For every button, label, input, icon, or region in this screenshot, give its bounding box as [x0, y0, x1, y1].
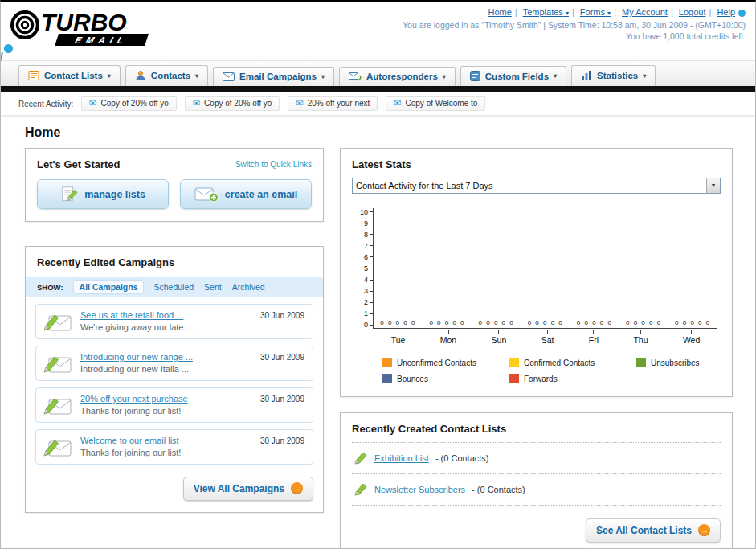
chart-value-labels: 0 0 0 0 0: [626, 319, 662, 326]
get-started-title: Let's Get Started: [37, 158, 121, 170]
tab-all-campaigns[interactable]: All Campaigns: [74, 281, 144, 293]
tab-autoresponders[interactable]: Autoresponders ▾: [339, 67, 456, 86]
activity-item-label: Copy of 20% off yo: [101, 99, 169, 108]
activity-item[interactable]: ✉ Copy of 20% off yo: [81, 96, 177, 111]
top-link-home[interactable]: Home: [488, 7, 511, 17]
tab-label: Contacts: [151, 71, 190, 80]
activity-item-label: Copy of Welcome to: [406, 99, 478, 108]
campaign-title-link[interactable]: See us at the retail food ...: [80, 310, 194, 320]
latest-stats-title: Latest Stats: [352, 158, 721, 170]
separator: |: [572, 7, 574, 17]
separator: |: [614, 7, 616, 17]
campaign-subtitle: Thanks for joining our list!: [80, 406, 188, 416]
legend-label: Confirmed Contacts: [524, 358, 595, 367]
chart-value-labels: 0 0 0 0 0: [429, 319, 465, 326]
activity-item-label: Copy of 20% off yo: [204, 99, 272, 108]
latest-stats-panel: Latest Stats Contact Activity for the La…: [340, 148, 733, 397]
logo-title: TURBO: [41, 9, 127, 35]
campaign-title-link[interactable]: 20% off your next purchase: [80, 394, 188, 404]
manage-lists-label: manage lists: [84, 189, 145, 200]
contact-list-row[interactable]: Exhibition List - (0 Contacts): [352, 443, 721, 474]
header-right: Home| Templates ▾| Forms ▾| My Account| …: [403, 7, 746, 41]
campaign-row[interactable]: See us at the retail food ... We're givi…: [35, 304, 313, 339]
campaign-date: 30 Jun 2009: [260, 353, 304, 362]
chart-x-axis: TueMonSunSatFriThuWed: [374, 330, 717, 345]
chevron-down-icon: ▾: [643, 72, 646, 80]
top-link-logout[interactable]: Logout: [679, 7, 706, 17]
legend-item: Unsubscribes: [636, 358, 717, 367]
top-link-my-account[interactable]: My Account: [622, 7, 668, 17]
email-campaigns-icon: [223, 72, 235, 81]
activity-item[interactable]: ✉ Copy of 20% off yo: [185, 96, 280, 111]
activity-item-label: 20% off your next: [308, 99, 370, 108]
chart-plot-groups: 0 0 0 0 00 0 0 0 00 0 0 0 00 0 0 0 00 0 …: [373, 208, 717, 329]
contact-list-name-link[interactable]: Exhibition List: [374, 453, 429, 463]
manage-lists-button[interactable]: manage lists: [37, 179, 169, 209]
legend-item: Unconfirmed Contacts: [382, 358, 509, 367]
separator: |: [515, 7, 517, 17]
campaign-row[interactable]: Introducing our new range ... Introducin…: [35, 346, 313, 381]
legend-item: Bounces: [382, 374, 509, 383]
campaign-subtitle: We're giving away our late ...: [80, 322, 194, 332]
activity-item[interactable]: ✉ Copy of Welcome to: [386, 96, 485, 111]
chevron-down-icon: ▾: [195, 72, 198, 80]
chart-x-tick-label: Mon: [440, 330, 456, 345]
login-info: You are logged in as "Timothy Smith" | S…: [403, 20, 746, 30]
tab-contact-lists[interactable]: Contact Lists ▾: [18, 65, 121, 86]
see-all-contact-lists-label: See All Contact Lists: [596, 525, 692, 536]
envelope-pencil-icon: [43, 310, 72, 332]
tab-statistics[interactable]: Statistics ▾: [571, 65, 656, 86]
chevron-down-icon: ▾: [607, 10, 611, 17]
recently-edited-campaigns-panel: Recently Edited Campaigns SHOW: All Camp…: [25, 246, 324, 513]
autoresponders-icon: [349, 72, 362, 81]
envelope-icon: ✉: [89, 99, 96, 108]
create-email-icon: [194, 186, 219, 203]
contact-list-row[interactable]: Newsletter Subscribers - (0 Contacts): [352, 474, 721, 506]
tab-custom-fields[interactable]: Custom Fields ▾: [460, 66, 566, 86]
tab-label: Email Campaigns: [239, 72, 317, 81]
tab-scheduled[interactable]: Scheduled: [153, 282, 194, 292]
tab-archived[interactable]: Archived: [232, 282, 265, 292]
chart-x-tick-label: Sat: [541, 330, 554, 345]
stats-period-select[interactable]: Contact Activity for the Last 7 Days ▾: [352, 178, 721, 194]
tab-sent[interactable]: Sent: [204, 282, 222, 292]
chart-legend: Unconfirmed ContactsConfirmed ContactsUn…: [382, 358, 717, 383]
legend-swatch: [382, 374, 392, 383]
show-label: SHOW:: [37, 283, 63, 292]
see-all-contact-lists-button[interactable]: See All Contact Lists →: [586, 518, 721, 543]
top-link-templates[interactable]: Templates ▾: [523, 7, 569, 17]
get-started-panel: Let's Get Started Switch to Quick Links …: [25, 148, 324, 222]
contacts-icon: [135, 70, 146, 81]
campaign-date: 30 Jun 2009: [260, 311, 304, 320]
logo-subtitle: EMAIL: [74, 35, 130, 45]
chevron-down-icon: ▾: [554, 72, 557, 80]
chevron-down-icon: ▾: [321, 73, 325, 80]
chart-value-labels: 0 0 0 0 0: [380, 319, 416, 326]
chart-x-tick-label: Wed: [683, 330, 700, 345]
chart-x-tick-label: Fri: [589, 330, 599, 345]
legend-swatch: [509, 374, 519, 383]
switch-quick-links-link[interactable]: Switch to Quick Links: [235, 160, 312, 169]
top-link-help[interactable]: Help: [717, 7, 735, 17]
contact-list-name-link[interactable]: Newsletter Subscribers: [374, 485, 465, 494]
tab-contacts[interactable]: Contacts ▾: [125, 65, 208, 86]
campaign-title-link[interactable]: Introducing our new range ...: [80, 352, 193, 362]
chart-value-labels: 0 0 0 0 0: [479, 319, 515, 326]
envelope-pencil-icon: [43, 394, 72, 416]
page-title: Home: [25, 125, 755, 140]
header: TURBO EMAIL Home| Templates ▾| Forms ▾| …: [1, 2, 755, 60]
campaign-title-link[interactable]: Welcome to our email list: [80, 436, 181, 445]
legend-item: Forwards: [509, 374, 636, 383]
activity-item[interactable]: ✉ 20% off your next: [288, 96, 378, 111]
separator: |: [671, 7, 673, 17]
recent-activity-label: Recent Activity:: [18, 100, 73, 109]
top-link-forms[interactable]: Forms ▾: [580, 7, 611, 17]
chevron-down-icon: ▾: [443, 73, 446, 80]
logo-swoosh-dot-icon: [4, 44, 13, 53]
tab-email-campaigns[interactable]: Email Campaigns ▾: [213, 67, 334, 86]
create-email-label: create an email: [225, 189, 297, 200]
create-email-button[interactable]: create an email: [180, 179, 312, 209]
campaign-row[interactable]: 20% off your next purchase Thanks for jo…: [35, 387, 313, 423]
view-all-campaigns-button[interactable]: View All Campaigns →: [183, 477, 313, 501]
campaign-row[interactable]: Welcome to our email list Thanks for joi…: [35, 429, 313, 465]
